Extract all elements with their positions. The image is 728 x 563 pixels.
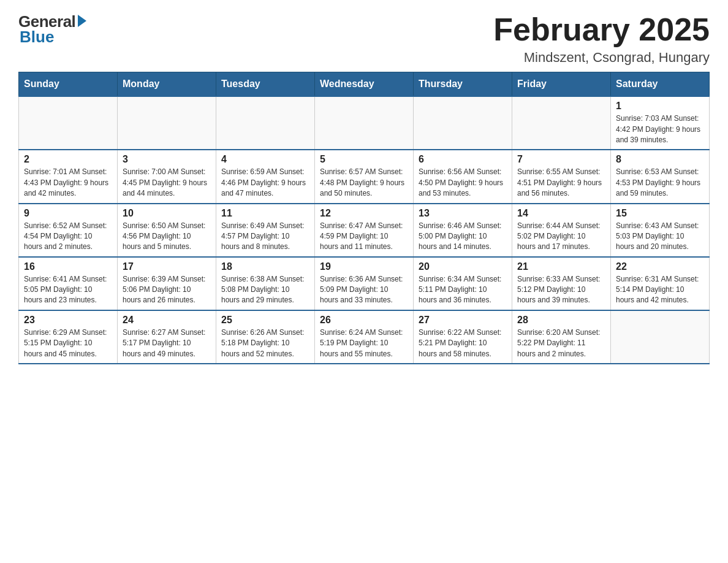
calendar-day-cell: 20Sunrise: 6:34 AM Sunset: 5:11 PM Dayli… <box>414 257 512 310</box>
day-number: 17 <box>123 261 211 272</box>
day-info: Sunrise: 6:39 AM Sunset: 5:06 PM Dayligh… <box>123 274 211 306</box>
day-info: Sunrise: 6:41 AM Sunset: 5:05 PM Dayligh… <box>24 274 112 306</box>
day-info: Sunrise: 6:27 AM Sunset: 5:17 PM Dayligh… <box>123 327 211 359</box>
day-number: 6 <box>419 154 507 165</box>
calendar-day-cell <box>512 96 611 150</box>
calendar-day-header: Saturday <box>611 72 710 97</box>
calendar-table: SundayMondayTuesdayWednesdayThursdayFrid… <box>18 72 710 364</box>
day-info: Sunrise: 6:43 AM Sunset: 5:03 PM Dayligh… <box>616 221 704 253</box>
day-info: Sunrise: 6:33 AM Sunset: 5:12 PM Dayligh… <box>517 274 605 306</box>
day-info: Sunrise: 6:52 AM Sunset: 4:54 PM Dayligh… <box>24 221 112 253</box>
day-number: 15 <box>616 208 704 219</box>
day-number: 22 <box>616 261 704 272</box>
logo-blue-text: Blue <box>20 28 54 47</box>
calendar-day-cell: 26Sunrise: 6:24 AM Sunset: 5:19 PM Dayli… <box>315 310 414 364</box>
day-number: 26 <box>320 315 408 326</box>
day-number: 7 <box>517 154 605 165</box>
calendar-day-cell <box>611 310 710 364</box>
day-number: 5 <box>320 154 408 165</box>
day-info: Sunrise: 6:34 AM Sunset: 5:11 PM Dayligh… <box>419 274 507 306</box>
day-info: Sunrise: 6:38 AM Sunset: 5:08 PM Dayligh… <box>221 274 309 306</box>
calendar-day-cell: 4Sunrise: 6:59 AM Sunset: 4:46 PM Daylig… <box>216 150 315 203</box>
calendar-day-cell: 16Sunrise: 6:41 AM Sunset: 5:05 PM Dayli… <box>19 257 118 310</box>
calendar-day-cell <box>216 96 315 150</box>
day-number: 21 <box>517 261 605 272</box>
day-number: 8 <box>616 154 704 165</box>
day-info: Sunrise: 7:00 AM Sunset: 4:45 PM Dayligh… <box>123 167 211 199</box>
calendar-day-cell: 6Sunrise: 6:56 AM Sunset: 4:50 PM Daylig… <box>414 150 512 203</box>
day-info: Sunrise: 6:56 AM Sunset: 4:50 PM Dayligh… <box>419 167 507 199</box>
day-number: 28 <box>517 315 605 326</box>
day-info: Sunrise: 6:31 AM Sunset: 5:14 PM Dayligh… <box>616 274 704 306</box>
day-number: 2 <box>24 154 112 165</box>
calendar-header-row: SundayMondayTuesdayWednesdayThursdayFrid… <box>19 72 710 97</box>
calendar-day-cell <box>118 96 216 150</box>
day-number: 9 <box>24 208 112 219</box>
day-number: 20 <box>419 261 507 272</box>
day-info: Sunrise: 6:47 AM Sunset: 4:59 PM Dayligh… <box>320 221 408 253</box>
calendar-day-cell <box>19 96 118 150</box>
day-info: Sunrise: 6:57 AM Sunset: 4:48 PM Dayligh… <box>320 167 408 199</box>
calendar-day-cell: 28Sunrise: 6:20 AM Sunset: 5:22 PM Dayli… <box>512 310 611 364</box>
calendar-day-cell: 15Sunrise: 6:43 AM Sunset: 5:03 PM Dayli… <box>611 204 710 257</box>
calendar-day-cell: 9Sunrise: 6:52 AM Sunset: 4:54 PM Daylig… <box>19 204 118 257</box>
calendar-day-header: Sunday <box>19 72 118 97</box>
calendar-day-header: Friday <box>512 72 611 97</box>
calendar-week-row: 9Sunrise: 6:52 AM Sunset: 4:54 PM Daylig… <box>19 204 710 257</box>
title-section: February 2025 Mindszent, Csongrad, Hunga… <box>493 12 710 66</box>
day-info: Sunrise: 6:24 AM Sunset: 5:19 PM Dayligh… <box>320 327 408 359</box>
day-info: Sunrise: 6:22 AM Sunset: 5:21 PM Dayligh… <box>419 327 507 359</box>
day-info: Sunrise: 6:29 AM Sunset: 5:15 PM Dayligh… <box>24 327 112 359</box>
calendar-day-cell: 27Sunrise: 6:22 AM Sunset: 5:21 PM Dayli… <box>414 310 512 364</box>
day-info: Sunrise: 6:53 AM Sunset: 4:53 PM Dayligh… <box>616 167 704 199</box>
calendar-day-cell: 14Sunrise: 6:44 AM Sunset: 5:02 PM Dayli… <box>512 204 611 257</box>
calendar-day-header: Thursday <box>414 72 512 97</box>
day-number: 1 <box>616 101 704 112</box>
calendar-day-cell: 24Sunrise: 6:27 AM Sunset: 5:17 PM Dayli… <box>118 310 216 364</box>
calendar-day-cell: 23Sunrise: 6:29 AM Sunset: 5:15 PM Dayli… <box>19 310 118 364</box>
calendar-day-cell: 21Sunrise: 6:33 AM Sunset: 5:12 PM Dayli… <box>512 257 611 310</box>
day-info: Sunrise: 6:36 AM Sunset: 5:09 PM Dayligh… <box>320 274 408 306</box>
calendar-week-row: 23Sunrise: 6:29 AM Sunset: 5:15 PM Dayli… <box>19 310 710 364</box>
day-number: 3 <box>123 154 211 165</box>
calendar-day-cell: 7Sunrise: 6:55 AM Sunset: 4:51 PM Daylig… <box>512 150 611 203</box>
calendar-day-cell: 17Sunrise: 6:39 AM Sunset: 5:06 PM Dayli… <box>118 257 216 310</box>
calendar-day-cell: 11Sunrise: 6:49 AM Sunset: 4:57 PM Dayli… <box>216 204 315 257</box>
calendar-day-cell: 25Sunrise: 6:26 AM Sunset: 5:18 PM Dayli… <box>216 310 315 364</box>
calendar-week-row: 1Sunrise: 7:03 AM Sunset: 4:42 PM Daylig… <box>19 96 710 150</box>
logo-arrow-icon <box>78 15 86 27</box>
day-number: 4 <box>221 154 309 165</box>
calendar-week-row: 16Sunrise: 6:41 AM Sunset: 5:05 PM Dayli… <box>19 257 710 310</box>
calendar-day-cell: 19Sunrise: 6:36 AM Sunset: 5:09 PM Dayli… <box>315 257 414 310</box>
day-number: 12 <box>320 208 408 219</box>
day-info: Sunrise: 7:03 AM Sunset: 4:42 PM Dayligh… <box>616 113 704 145</box>
calendar-week-row: 2Sunrise: 7:01 AM Sunset: 4:43 PM Daylig… <box>19 150 710 203</box>
page-header: General Blue February 2025 Mindszent, Cs… <box>18 12 710 66</box>
day-info: Sunrise: 6:55 AM Sunset: 4:51 PM Dayligh… <box>517 167 605 199</box>
month-title: February 2025 <box>493 12 710 47</box>
day-number: 23 <box>24 315 112 326</box>
calendar-day-cell: 2Sunrise: 7:01 AM Sunset: 4:43 PM Daylig… <box>19 150 118 203</box>
calendar-day-cell: 12Sunrise: 6:47 AM Sunset: 4:59 PM Dayli… <box>315 204 414 257</box>
calendar-day-cell: 3Sunrise: 7:00 AM Sunset: 4:45 PM Daylig… <box>118 150 216 203</box>
day-info: Sunrise: 6:59 AM Sunset: 4:46 PM Dayligh… <box>221 167 309 199</box>
day-number: 25 <box>221 315 309 326</box>
day-number: 19 <box>320 261 408 272</box>
calendar-day-cell: 1Sunrise: 7:03 AM Sunset: 4:42 PM Daylig… <box>611 96 710 150</box>
day-number: 24 <box>123 315 211 326</box>
logo: General Blue <box>18 12 86 47</box>
calendar-day-cell: 5Sunrise: 6:57 AM Sunset: 4:48 PM Daylig… <box>315 150 414 203</box>
day-number: 18 <box>221 261 309 272</box>
day-info: Sunrise: 6:44 AM Sunset: 5:02 PM Dayligh… <box>517 221 605 253</box>
calendar-day-cell <box>315 96 414 150</box>
day-number: 27 <box>419 315 507 326</box>
calendar-day-cell <box>414 96 512 150</box>
day-info: Sunrise: 6:26 AM Sunset: 5:18 PM Dayligh… <box>221 327 309 359</box>
day-number: 13 <box>419 208 507 219</box>
day-info: Sunrise: 6:20 AM Sunset: 5:22 PM Dayligh… <box>517 327 605 359</box>
calendar-day-cell: 22Sunrise: 6:31 AM Sunset: 5:14 PM Dayli… <box>611 257 710 310</box>
calendar-day-cell: 13Sunrise: 6:46 AM Sunset: 5:00 PM Dayli… <box>414 204 512 257</box>
calendar-day-header: Monday <box>118 72 216 97</box>
day-number: 14 <box>517 208 605 219</box>
calendar-day-cell: 8Sunrise: 6:53 AM Sunset: 4:53 PM Daylig… <box>611 150 710 203</box>
